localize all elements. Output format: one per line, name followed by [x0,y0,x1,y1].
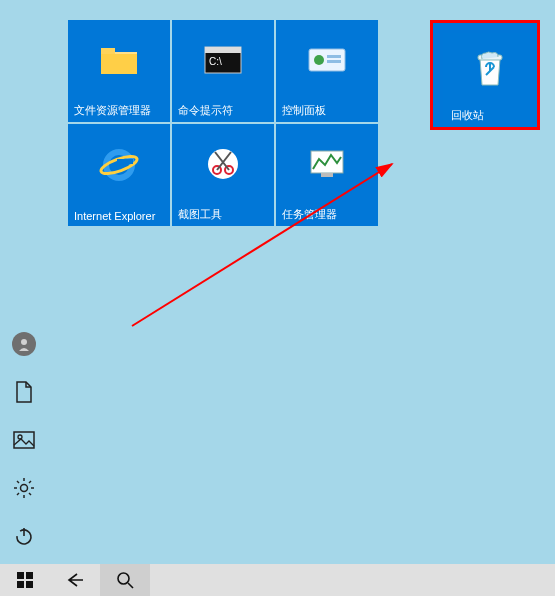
svg-rect-2 [101,54,137,74]
ie-icon [68,124,170,206]
svg-line-29 [29,493,31,495]
power-button[interactable] [4,520,44,552]
start-icon [17,572,33,588]
tile-file-explorer[interactable]: 文件资源管理器 [68,20,170,122]
tile-label: 命令提示符 [172,99,274,122]
svg-point-11 [99,153,139,177]
tile-internet-explorer[interactable]: Internet Explorer [68,124,170,226]
svg-point-22 [18,435,22,439]
tile-task-manager[interactable]: 任务管理器 [276,124,378,226]
taskmgr-icon [276,124,378,203]
svg-text:C:\: C:\ [209,56,222,67]
pictures-button[interactable] [4,424,44,456]
tile-label: 文件资源管理器 [68,99,170,122]
svg-point-13 [208,149,238,179]
tile-label: 任务管理器 [276,203,378,226]
control-panel-icon [276,20,378,99]
taskbar [0,564,555,596]
svg-rect-8 [327,55,341,58]
documents-icon [15,381,33,403]
account-button[interactable] [4,328,44,360]
start-button[interactable] [0,564,50,596]
svg-line-30 [29,481,31,483]
start-tiles-grid: 文件资源管理器 C:\ 命令提示符 控制面板 Internet Explorer… [68,20,378,226]
search-button[interactable] [100,564,150,596]
svg-rect-17 [321,173,333,177]
tile-snipping-tool[interactable]: 截图工具 [172,124,274,226]
folder-icon [68,20,170,99]
tile-label: Internet Explorer [68,206,170,226]
tile-control-panel[interactable]: 控制面板 [276,20,378,122]
tile-label: 截图工具 [172,203,274,226]
svg-rect-9 [327,60,341,63]
svg-rect-21 [14,432,34,448]
svg-point-38 [118,573,129,584]
svg-point-20 [21,339,27,345]
svg-point-7 [314,55,324,65]
svg-line-28 [17,481,19,483]
svg-line-31 [17,493,19,495]
tile-label: 回收站 [443,104,537,127]
tile-recycle-bin-highlighted[interactable]: 回收站 [430,20,540,130]
account-icon [12,332,36,356]
tile-command-prompt[interactable]: C:\ 命令提示符 [172,20,274,122]
back-button[interactable] [50,564,100,596]
svg-rect-37 [26,581,33,588]
settings-button[interactable] [4,472,44,504]
power-icon [14,526,34,546]
pictures-icon [13,431,35,449]
back-icon [65,572,85,588]
tile-label: 控制面板 [276,99,378,122]
svg-point-23 [21,485,28,492]
svg-rect-35 [26,572,33,579]
svg-rect-34 [17,572,24,579]
start-sidebar [0,328,48,564]
settings-icon [13,477,35,499]
svg-rect-36 [17,581,24,588]
snip-icon [172,124,274,203]
svg-rect-12 [117,159,133,164]
search-icon [116,571,134,589]
svg-rect-4 [205,47,241,53]
documents-button[interactable] [4,376,44,408]
svg-line-39 [128,583,133,588]
recycle-bin-icon [443,33,537,104]
cmd-icon: C:\ [172,20,274,99]
